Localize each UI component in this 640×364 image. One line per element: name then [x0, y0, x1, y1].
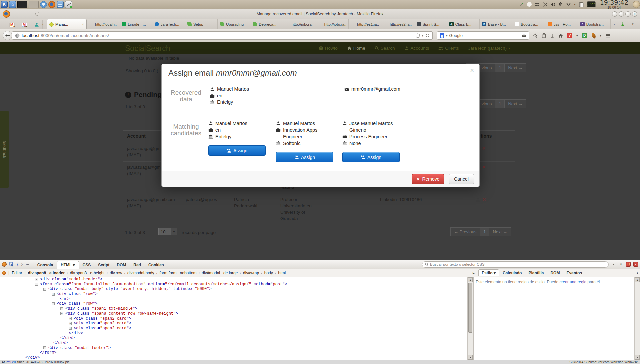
browser-tab[interactable]: JaraTech... [152, 19, 185, 29]
status-dot-icon[interactable] [527, 2, 532, 7]
tree-node[interactable]: +<div class="span1 txt-middle"> [0, 306, 467, 311]
collapse-icon[interactable]: − [52, 302, 55, 305]
window-minimize-button[interactable]: ˇ [619, 11, 624, 17]
bookmarks-list-icon[interactable] [542, 33, 546, 38]
firebug-icon[interactable] [2, 262, 7, 267]
assign-user-icon[interactable] [476, 197, 480, 202]
tree-node[interactable]: </div> [0, 336, 467, 341]
history-forward-icon[interactable]: › [21, 261, 23, 267]
tab-close-icon[interactable]: × [82, 22, 84, 26]
html-tree[interactable]: +<div class="modal-header">−<form class=… [0, 277, 467, 360]
pinned-tab-gmail[interactable]: M0 [6, 20, 18, 29]
side-tab-plantilla[interactable]: Plantilla [525, 270, 547, 276]
nav-item-jaratech-jaratech-[interactable]: JaraTech (jaratech)▾ [468, 46, 510, 51]
browser-tab[interactable]: BBase · B... [480, 19, 512, 29]
browser-tab[interactable]: http://jobcra... [283, 19, 316, 29]
scroll-tabs-left-button[interactable]: ‹ [42, 22, 44, 27]
breadcrumb-node[interactable]: body [264, 271, 273, 275]
firebug-tab-consola[interactable]: Consola [34, 261, 57, 269]
firebug-tab-script[interactable]: Script [94, 261, 113, 269]
url-dropdown-icon[interactable]: ▾ [422, 34, 423, 37]
panel-clock[interactable]: 19:39:42 18-06-14 [600, 0, 628, 9]
url-bar[interactable]: localhost:8000/en/email_accounts/matches… [12, 31, 433, 40]
file-manager-icon[interactable] [57, 1, 64, 8]
nav-item-accounts[interactable]: Accounts [404, 46, 429, 51]
expand-icon[interactable]: + [35, 278, 38, 281]
delete-row-icon[interactable]: ✕ [482, 146, 486, 151]
browser-tab[interactable]: Depreca... [250, 19, 283, 29]
inactive-window-icon[interactable] [29, 1, 39, 8]
browser-tab[interactable]: http://es1.ja... [349, 19, 381, 29]
breadcrumb-node[interactable]: html [278, 271, 286, 275]
expand-icon[interactable]: + [52, 293, 55, 296]
page-number-button[interactable]: 1 [495, 99, 505, 108]
page-number-button[interactable]: 1 [495, 63, 505, 72]
history-back-icon[interactable]: ‹ [17, 261, 18, 267]
tab-groups-button[interactable] [35, 12, 39, 16]
window-maximize-button[interactable]: + [625, 11, 631, 17]
network-icon[interactable] [566, 2, 571, 6]
tree-node[interactable]: −<div class="modal-body" style="overflow… [0, 287, 467, 292]
breadcrumb-node[interactable]: form.form...nobottom [159, 271, 196, 275]
edit-button[interactable]: Editar [12, 271, 22, 275]
side-tab-calculado[interactable]: Calculado [500, 270, 525, 276]
firebug-tab-css[interactable]: CSS [79, 261, 95, 269]
assign-button[interactable]: Assign [342, 152, 400, 162]
back-button[interactable] [3, 31, 12, 40]
modal-close-icon[interactable]: × [470, 67, 474, 74]
side-tab-eventos[interactable]: Eventos [563, 270, 585, 276]
im9-link[interactable]: im9.eu [6, 360, 16, 364]
browser-tab[interactable]: http://es2.ja... [381, 19, 414, 29]
downloads-icon[interactable] [550, 33, 554, 38]
tree-node[interactable]: </form> [0, 350, 467, 355]
pinned-tab-gmail[interactable]: M100+ [18, 20, 30, 29]
side-tab-estilo[interactable]: Estilo ▾ [478, 269, 499, 276]
tree-node[interactable]: −<div class="row"> [0, 301, 467, 306]
page-number-button[interactable]: 1 [480, 227, 489, 236]
cancel-button[interactable]: Cancel [449, 174, 474, 184]
bookmark-star-icon[interactable] [533, 33, 538, 38]
window-shade-button[interactable]: ˆ [612, 11, 617, 17]
window-close-button[interactable]: × [632, 11, 637, 17]
usb-icon[interactable] [558, 2, 563, 7]
breadcrumb-node[interactable]: div.row [110, 271, 122, 275]
tree-node[interactable]: +<div class="modal-footer"> [0, 346, 467, 351]
site-brand[interactable]: SocialSearch [125, 44, 170, 53]
tree-node[interactable]: </div> [0, 331, 467, 336]
pinned-tab-contacts[interactable] [31, 20, 43, 29]
browser-tab[interactable]: Upgrading [218, 19, 250, 29]
firebug-tab-red[interactable]: Red [130, 261, 145, 269]
browser-tab[interactable]: http://jobcra... [316, 19, 349, 29]
scroll-down-icon[interactable]: ▼ [468, 355, 473, 360]
firebug-tab-html[interactable]: HTML ▾ [57, 261, 79, 269]
firebug-search-input[interactable]: Buscar por texto o selector CSS [422, 261, 609, 268]
tree-node[interactable]: </div> [0, 355, 467, 360]
menu-hamburger-icon[interactable] [605, 34, 610, 38]
breadcrumb-node[interactable]: div#wrap [243, 271, 259, 275]
tree-node[interactable]: +<div class="modal-header"> [0, 277, 467, 282]
delete-row-icon[interactable]: ✕ [482, 197, 486, 202]
scroll-down-icon[interactable]: ▼ [635, 355, 640, 360]
scroll-up-icon[interactable]: ▲ [468, 277, 473, 282]
nav-item-howto[interactable]: ?Howto [319, 46, 338, 51]
command-line-icon[interactable]: ›≡ [26, 262, 29, 266]
feedback-tab[interactable]: feedback [0, 111, 9, 188]
delete-row-icon[interactable]: ✕ [482, 165, 486, 170]
firebug-tab-dom[interactable]: DOM [113, 261, 130, 269]
home-icon[interactable] [558, 33, 563, 38]
disconnect-icon[interactable]: D [582, 33, 587, 38]
records-per-page-select[interactable]: 10▼ [158, 228, 177, 235]
assign-button[interactable]: Assign [276, 152, 333, 162]
tree-node[interactable]: +<div class="span2 card"> [0, 326, 467, 331]
tree-node[interactable]: −<form class="form form-inline form-nobo… [0, 282, 467, 287]
tree-node[interactable]: </div> [0, 341, 467, 346]
next-page-button[interactable]: Next → [489, 227, 511, 236]
browser-tab-active[interactable]: Mana...× [47, 19, 87, 29]
quill-addon-icon[interactable] [591, 33, 597, 39]
scroll-up-icon[interactable]: ▲ [635, 277, 640, 282]
side-tabs-overflow-icon[interactable]: ▸ [637, 271, 639, 275]
kde-menu-icon[interactable]: K [1, 1, 8, 8]
browser-tab[interactable]: djClass-b... [447, 19, 480, 29]
text-editor-icon[interactable] [65, 1, 72, 8]
tree-node[interactable]: +<div class="row"> [0, 292, 467, 297]
